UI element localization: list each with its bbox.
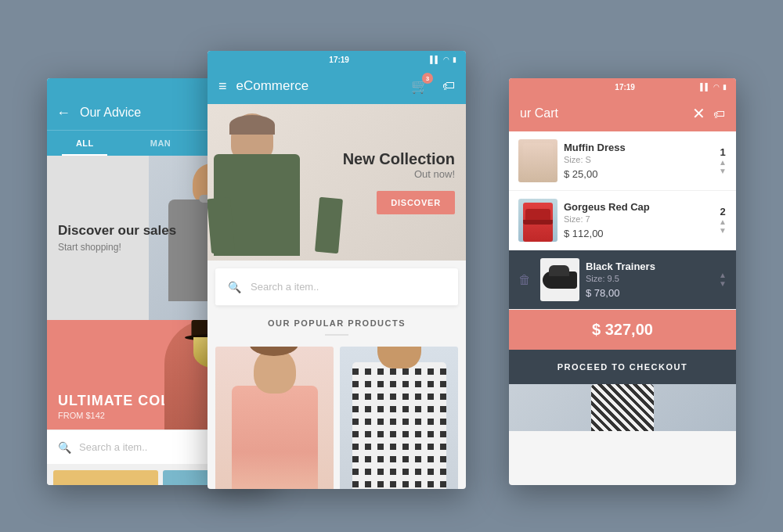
tab-all[interactable]: ALL xyxy=(47,131,123,156)
right-top-bar: ur Cart ✕ 🏷 xyxy=(509,95,736,131)
cart-item-2: Gorgeus Red Cap Size: 7 $ 112,00 2 ▲ ▼ xyxy=(509,191,736,250)
bottom-preview xyxy=(509,384,736,431)
middle-top-bar: ≡ eCommerce 🛒 3 🏷 xyxy=(207,68,466,104)
tag-icon: 🏷 xyxy=(442,79,455,93)
item-thumb-2 xyxy=(518,199,557,242)
wifi-icon: ◠ xyxy=(443,56,449,63)
right-status-time: 17:19 xyxy=(615,83,635,92)
cart-total-row: $ 327,00 xyxy=(509,310,736,350)
qty-arrows-1: ▲ ▼ xyxy=(719,159,727,175)
item-name-2: Gorgeus Red Cap xyxy=(564,201,713,213)
item-details-3: Black Trainers Size: 9.5 $ 78,00 xyxy=(586,261,713,299)
discover-button[interactable]: DISCOVER xyxy=(377,191,455,214)
checkout-button[interactable]: PROCEED TO CHECKOUT xyxy=(509,350,736,384)
search-placeholder-mid: Search a item.. xyxy=(251,281,319,293)
search-placeholder-left: Search a item.. xyxy=(79,441,147,453)
qty-arrows-2: ▲ ▼ xyxy=(719,218,727,235)
back-button[interactable]: ← xyxy=(56,105,70,121)
item-size-1: Size: S xyxy=(564,155,713,164)
brand-title: eCommerce xyxy=(236,78,402,94)
total-amount: $ 327,00 xyxy=(521,321,723,339)
item-qty-2: 2 ▲ ▼ xyxy=(719,206,727,235)
cart-badge: 3 xyxy=(422,73,433,84)
products-grid xyxy=(207,347,466,489)
search-icon: 🔍 xyxy=(58,441,71,454)
middle-search-bar[interactable]: 🔍 Search a item.. xyxy=(215,268,458,306)
section-divider xyxy=(325,334,348,336)
item-details-1: Muffin Dress Size: S $ 25,00 xyxy=(564,142,713,180)
right-card: 17:19 ▌▌ ◠ ▮ ur Cart ✕ 🏷 Muffin Dress Si… xyxy=(509,78,736,485)
item-thumb-1 xyxy=(518,139,557,182)
right-wifi: ◠ xyxy=(713,83,720,91)
middle-card: 17:19 ▌▌ ◠ ▮ ≡ eCommerce 🛒 3 🏷 xyxy=(207,51,466,489)
hero-title: Discover our sales xyxy=(58,223,176,239)
product-2[interactable] xyxy=(340,347,458,489)
qty-display-2: 2 xyxy=(720,206,725,217)
item-size-3: Size: 9.5 xyxy=(586,274,713,283)
search-icon-mid: 🔍 xyxy=(228,281,241,293)
item-size-2: Size: 7 xyxy=(564,214,713,224)
item-qty-3: ▲ ▼ xyxy=(719,271,727,288)
qty-up-1[interactable]: ▲ xyxy=(719,159,727,167)
qty-display-1: 1 xyxy=(720,146,725,158)
hamburger-button[interactable]: ≡ xyxy=(218,78,227,95)
qty-arrows-3: ▲ ▼ xyxy=(719,271,727,288)
battery-icon: ▮ xyxy=(453,56,456,63)
cart-item-3: 🗑 Black Trainers Size: 9.5 $ 78,00 ▲ ▼ xyxy=(509,250,736,310)
status-time: 17:19 xyxy=(329,56,349,64)
item-price-3: $ 78,00 xyxy=(586,287,713,299)
promo-subline: Out now! xyxy=(343,168,455,180)
thumb-1 xyxy=(53,470,158,485)
item-name-3: Black Trainers xyxy=(586,261,713,272)
tab-man[interactable]: MAN xyxy=(123,131,199,156)
item-qty-1: 1 ▲ ▼ xyxy=(719,146,727,175)
status-icons: ▌▌ ◠ ▮ xyxy=(430,56,456,63)
cart-items-list: Muffin Dress Size: S $ 25,00 1 ▲ ▼ xyxy=(509,131,736,310)
item-thumb-3 xyxy=(540,258,579,301)
hero-promo: New Collection Out now! DISCOVER xyxy=(207,104,466,261)
qty-up-3[interactable]: ▲ xyxy=(719,271,727,279)
close-button[interactable]: ✕ xyxy=(692,104,705,123)
product-1[interactable] xyxy=(215,347,334,489)
cart-page-title: ur Cart xyxy=(520,106,692,120)
scene: ▾ ◥ ▮ ← Our Advice ALL MAN WOMAN Discove… xyxy=(39,39,744,493)
cart-button[interactable]: 🛒 3 xyxy=(411,77,428,95)
cart-item-1: Muffin Dress Size: S $ 25,00 1 ▲ ▼ xyxy=(509,131,736,191)
qty-up-2[interactable]: ▲ xyxy=(719,218,727,226)
promo-headline: New Collection xyxy=(343,150,455,168)
right-status-bar: 17:19 ▌▌ ◠ ▮ xyxy=(509,78,736,95)
right-battery: ▮ xyxy=(723,83,727,91)
right-signal: ▌▌ xyxy=(700,83,710,91)
qty-down-1[interactable]: ▼ xyxy=(719,167,727,175)
hero-subtitle: Start shopping! xyxy=(58,242,176,253)
item-price-2: $ 112,00 xyxy=(564,228,713,239)
delete-icon[interactable]: 🗑 xyxy=(518,273,531,287)
item-name-1: Muffin Dress xyxy=(564,142,713,153)
qty-down-3[interactable]: ▼ xyxy=(719,280,727,288)
item-price-1: $ 25,00 xyxy=(564,168,713,180)
promo-text: New Collection Out now! DISCOVER xyxy=(343,150,455,214)
signal-icon: ▌▌ xyxy=(430,56,440,63)
qty-down-2[interactable]: ▼ xyxy=(719,227,727,235)
promo-figure-area xyxy=(207,104,348,261)
hero-text: Discover our sales Start shopping! xyxy=(58,223,176,253)
section-title: OUR POPULAR PRODUCTS xyxy=(207,306,466,334)
middle-status-bar: 17:19 ▌▌ ◠ ▮ xyxy=(207,51,466,68)
item-details-2: Gorgeus Red Cap Size: 7 $ 112,00 xyxy=(564,201,713,239)
cart-tag-icon: 🏷 xyxy=(713,107,725,120)
